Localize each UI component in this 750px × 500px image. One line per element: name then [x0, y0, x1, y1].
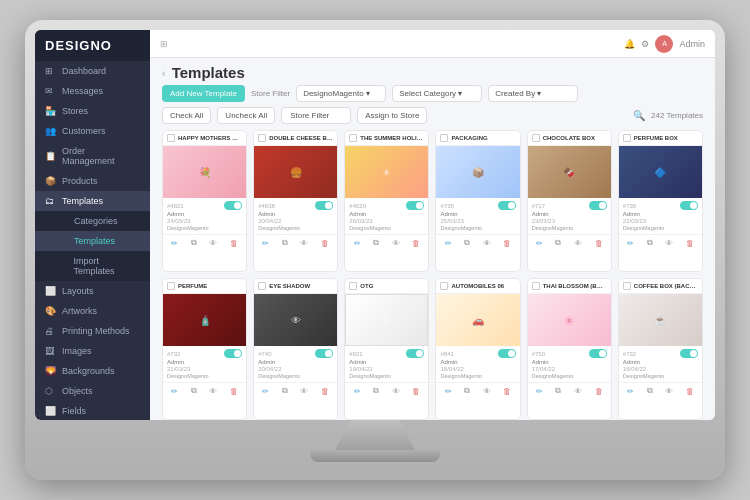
search-icon[interactable]: 🔍	[633, 110, 645, 121]
copy-icon[interactable]: ⧉	[282, 386, 288, 396]
copy-icon[interactable]: ⧉	[464, 238, 470, 248]
delete-icon[interactable]: 🗑	[230, 239, 238, 248]
preview-icon[interactable]: 👁	[209, 239, 217, 248]
sidebar-item-templates[interactable]: Templates	[35, 231, 150, 251]
edit-icon[interactable]: ✏	[262, 387, 269, 396]
delete-icon[interactable]: 🗑	[503, 387, 511, 396]
card-toggle[interactable]	[589, 201, 607, 210]
edit-icon[interactable]: ✏	[171, 239, 178, 248]
sidebar-item-fields[interactable]: ⬜Fields	[35, 401, 150, 420]
card-toggle[interactable]	[589, 349, 607, 358]
created-by-select[interactable]: Created By ▾	[488, 85, 578, 102]
card-toggle[interactable]	[406, 349, 424, 358]
copy-icon[interactable]: ⧉	[464, 386, 470, 396]
preview-icon[interactable]: 👁	[300, 239, 308, 248]
delete-icon[interactable]: 🗑	[412, 239, 420, 248]
delete-icon[interactable]: 🗑	[686, 387, 694, 396]
preview-icon[interactable]: 👁	[392, 239, 400, 248]
sidebar-item-objects[interactable]: ⬡Objects	[35, 381, 150, 401]
delete-icon[interactable]: 🗑	[686, 239, 694, 248]
card-toggle[interactable]	[224, 349, 242, 358]
copy-icon[interactable]: ⧉	[555, 386, 561, 396]
sidebar-item-images[interactable]: 🖼Images	[35, 341, 150, 361]
copy-icon[interactable]: ⧉	[191, 238, 197, 248]
card-toggle[interactable]	[680, 349, 698, 358]
assign-to-store-button[interactable]: Assign to Store	[357, 107, 427, 124]
sidebar-item-backgrounds[interactable]: 🌄Backgrounds	[35, 361, 150, 381]
edit-icon[interactable]: ✏	[262, 239, 269, 248]
card-checkbox[interactable]	[167, 134, 175, 142]
copy-icon[interactable]: ⧉	[647, 238, 653, 248]
card-checkbox[interactable]	[440, 282, 448, 290]
back-arrow[interactable]: ‹	[162, 67, 166, 79]
card-toggle[interactable]	[315, 349, 333, 358]
delete-icon[interactable]: 🗑	[321, 239, 329, 248]
sidebar-item-order-management[interactable]: 📋Order Management	[35, 141, 150, 171]
delete-icon[interactable]: 🗑	[321, 387, 329, 396]
preview-icon[interactable]: 👁	[574, 239, 582, 248]
delete-icon[interactable]: 🗑	[595, 239, 603, 248]
edit-icon[interactable]: ✏	[171, 387, 178, 396]
preview-icon[interactable]: 👁	[209, 387, 217, 396]
sidebar-item-dashboard[interactable]: ⊞Dashboard	[35, 61, 150, 81]
card-checkbox[interactable]	[623, 134, 631, 142]
card-toggle[interactable]	[224, 201, 242, 210]
sidebar-item-customers[interactable]: 👥Customers	[35, 121, 150, 141]
uncheck-all-button[interactable]: Uncheck All	[217, 107, 275, 124]
card-checkbox[interactable]	[258, 282, 266, 290]
card-toggle[interactable]	[498, 201, 516, 210]
card-checkbox[interactable]	[167, 282, 175, 290]
delete-icon[interactable]: 🗑	[412, 387, 420, 396]
card-checkbox[interactable]	[349, 134, 357, 142]
notification-icon[interactable]: 🔔	[624, 39, 635, 49]
edit-icon[interactable]: ✏	[627, 387, 634, 396]
card-checkbox[interactable]	[258, 134, 266, 142]
sidebar-item-messages[interactable]: ✉Messages	[35, 81, 150, 101]
delete-icon[interactable]: 🗑	[503, 239, 511, 248]
card-checkbox[interactable]	[532, 282, 540, 290]
card-toggle[interactable]	[315, 201, 333, 210]
edit-icon[interactable]: ✏	[445, 239, 452, 248]
preview-icon[interactable]: 👁	[483, 239, 491, 248]
edit-icon[interactable]: ✏	[445, 387, 452, 396]
sidebar-item-templates[interactable]: 🗂Templates	[35, 191, 150, 211]
preview-icon[interactable]: 👁	[392, 387, 400, 396]
preview-icon[interactable]: 👁	[665, 387, 673, 396]
card-checkbox[interactable]	[440, 134, 448, 142]
sidebar-item-layouts[interactable]: ⬜Layouts	[35, 281, 150, 301]
category-select[interactable]: Select Category ▾	[392, 85, 482, 102]
card-toggle[interactable]	[680, 201, 698, 210]
settings-icon[interactable]: ⚙	[641, 39, 649, 49]
sidebar-item-printing-methods[interactable]: 🖨Printing Methods	[35, 321, 150, 341]
sidebar-item-stores[interactable]: 🏪Stores	[35, 101, 150, 121]
edit-icon[interactable]: ✏	[536, 387, 543, 396]
copy-icon[interactable]: ⧉	[191, 386, 197, 396]
delete-icon[interactable]: 🗑	[230, 387, 238, 396]
store-filter-select[interactable]: DesignoMagento ▾	[296, 85, 386, 102]
copy-icon[interactable]: ⧉	[555, 238, 561, 248]
delete-icon[interactable]: 🗑	[595, 387, 603, 396]
edit-icon[interactable]: ✏	[536, 239, 543, 248]
preview-icon[interactable]: 👁	[665, 239, 673, 248]
sidebar-item-artworks[interactable]: 🎨Artworks	[35, 301, 150, 321]
card-checkbox[interactable]	[349, 282, 357, 290]
preview-icon[interactable]: 👁	[483, 387, 491, 396]
copy-icon[interactable]: ⧉	[373, 238, 379, 248]
copy-icon[interactable]: ⧉	[373, 386, 379, 396]
sidebar-item-import-templates[interactable]: Import Templates	[35, 251, 150, 281]
preview-icon[interactable]: 👁	[574, 387, 582, 396]
add-template-button[interactable]: Add New Template	[162, 85, 245, 102]
copy-icon[interactable]: ⧉	[647, 386, 653, 396]
store-filter-value[interactable]: Store Filter	[281, 107, 351, 124]
preview-icon[interactable]: 👁	[300, 387, 308, 396]
check-all-button[interactable]: Check All	[162, 107, 211, 124]
card-toggle[interactable]	[498, 349, 516, 358]
card-checkbox[interactable]	[623, 282, 631, 290]
card-checkbox[interactable]	[532, 134, 540, 142]
edit-icon[interactable]: ✏	[627, 239, 634, 248]
sidebar-item-categories[interactable]: Categories	[35, 211, 150, 231]
sidebar-item-products[interactable]: 📦Products	[35, 171, 150, 191]
copy-icon[interactable]: ⧉	[282, 238, 288, 248]
edit-icon[interactable]: ✏	[354, 387, 361, 396]
card-toggle[interactable]	[406, 201, 424, 210]
